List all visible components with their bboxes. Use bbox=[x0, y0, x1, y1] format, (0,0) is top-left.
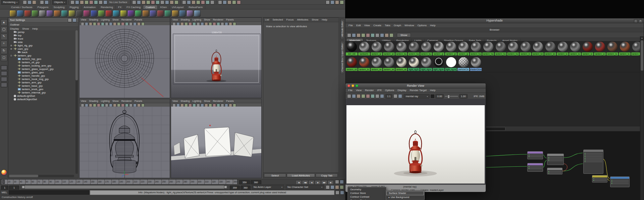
layout-preset-icon[interactable] bbox=[1, 82, 7, 87]
status-icon[interactable] bbox=[156, 0, 160, 4]
status-icon[interactable] bbox=[326, 0, 330, 4]
outliner-item-lantern-grp[interactable]: -lantern_grp bbox=[8, 54, 76, 57]
material-swatch-lantern-ho[interactable]: lantern_ho bbox=[494, 41, 507, 56]
hypershade-menu-help[interactable]: Help bbox=[428, 24, 437, 28]
lasso-tool-icon[interactable]: ◯ bbox=[1, 26, 7, 33]
render-view-menu-help[interactable]: Help bbox=[428, 88, 437, 92]
outliner-vertical-scrollbar[interactable] bbox=[75, 30, 78, 174]
time-slider[interactable]: 1020304050607080901001101201301401501601… bbox=[1, 179, 237, 185]
viewport-menu-lighting[interactable]: Lighting bbox=[191, 18, 203, 22]
status-icon[interactable] bbox=[347, 94, 351, 98]
layout-menu-icon[interactable] bbox=[1, 169, 7, 175]
ae-button-select[interactable]: Select bbox=[264, 173, 286, 177]
material-swatch-lantern-ve[interactable]: lantern_ve bbox=[370, 56, 383, 72]
status-icon[interactable] bbox=[189, 22, 192, 26]
exposure-field[interactable]: 0.00 bbox=[435, 94, 444, 98]
status-icon[interactable] bbox=[81, 22, 84, 26]
status-icon[interactable] bbox=[89, 0, 93, 4]
status-icon[interactable] bbox=[209, 22, 212, 26]
ae-menu-focus[interactable]: Focus bbox=[285, 18, 296, 22]
material-swatch-lantern-wi[interactable]: lantern_wi bbox=[395, 56, 408, 72]
material-swatch-light-rig-m[interactable]: light_rig:m bbox=[432, 56, 445, 72]
status-icon[interactable] bbox=[89, 22, 92, 26]
mel-input[interactable] bbox=[9, 190, 89, 195]
status-icon[interactable] bbox=[184, 22, 188, 26]
status-icon[interactable] bbox=[151, 0, 155, 4]
status-icon[interactable] bbox=[205, 22, 208, 26]
shelf-icon-25[interactable] bbox=[194, 10, 201, 17]
scrollbar-thumb[interactable] bbox=[641, 40, 643, 71]
viewport-front[interactable]: ViewShadingLightingShowRendererPanels bbox=[79, 99, 170, 178]
ae-menu-attributes[interactable]: Attributes bbox=[295, 18, 310, 22]
status-icon[interactable] bbox=[105, 104, 108, 107]
viewport-menu-lighting[interactable]: Lighting bbox=[100, 18, 111, 22]
viewport-menu-view[interactable]: View bbox=[79, 18, 88, 22]
material-swatch-lantern-oi[interactable]: lantern_oi bbox=[594, 41, 606, 56]
range-handle-start[interactable] bbox=[22, 186, 25, 189]
status-icon[interactable] bbox=[172, 104, 176, 107]
status-icon[interactable] bbox=[223, 0, 227, 4]
material-swatch-particleclo[interactable]: particleClo bbox=[457, 56, 470, 72]
material-swatch-lantern-ar[interactable]: lantern_ar bbox=[370, 41, 383, 56]
render-view-menu-view[interactable]: View bbox=[354, 88, 363, 92]
shading-node-5[interactable] bbox=[592, 175, 607, 183]
shelf-tab-polygons[interactable]: Polygons bbox=[35, 5, 51, 9]
render-view-menu-render[interactable]: Render bbox=[363, 88, 375, 92]
side-tab-attribute-editor[interactable]: Attribute Editor bbox=[340, 19, 344, 39]
shading-node-1[interactable] bbox=[527, 163, 543, 172]
status-icon[interactable] bbox=[375, 94, 379, 98]
status-icon[interactable] bbox=[192, 0, 196, 4]
material-swatch-lantern-ba[interactable]: lantern_ba bbox=[408, 41, 420, 56]
shelf-icon-14[interactable] bbox=[113, 10, 119, 17]
status-icon[interactable] bbox=[85, 104, 88, 107]
status-icon[interactable] bbox=[23, 0, 27, 4]
shelf-icon-2[interactable] bbox=[24, 10, 31, 17]
status-icon[interactable] bbox=[371, 33, 375, 37]
status-icon[interactable] bbox=[330, 0, 334, 4]
status-icon[interactable] bbox=[375, 33, 379, 37]
status-icon[interactable] bbox=[129, 22, 132, 26]
viewport-top[interactable]: ViewShadingLightingShowRendererPanels bbox=[79, 17, 170, 98]
outliner-item-lantern-hook-ring-grp[interactable]: lantern_hook_ring_grp bbox=[8, 77, 76, 81]
status-icon[interactable] bbox=[366, 94, 370, 98]
scale-tool-icon[interactable]: ▢ bbox=[1, 54, 7, 61]
outliner-item-back[interactable]: back bbox=[8, 50, 76, 54]
material-swatch-lantern-ar[interactable]: lantern_ar bbox=[383, 41, 395, 56]
status-icon[interactable] bbox=[335, 185, 339, 189]
status-icon[interactable] bbox=[80, 0, 84, 4]
material-swatch-lambert1[interactable]: lambert1 bbox=[358, 41, 370, 56]
material-swatch-lantern-lo[interactable]: lantern_lo bbox=[569, 41, 581, 56]
status-icon[interactable] bbox=[129, 104, 132, 107]
status-icon[interactable] bbox=[217, 22, 220, 26]
status-icon[interactable] bbox=[72, 18, 76, 22]
material-swatch-lantern-oi[interactable]: lantern_oi bbox=[581, 41, 594, 56]
ae-menu-list[interactable]: List bbox=[263, 18, 271, 22]
expander-icon[interactable]: + bbox=[10, 44, 13, 47]
status-icon[interactable] bbox=[133, 22, 137, 26]
status-icon[interactable] bbox=[213, 22, 216, 26]
material-swatch-lantern-oil[interactable]: lantern_oil bbox=[345, 56, 358, 72]
viewport-persp[interactable]: ViewShadingLightingShowRendererPanels 12… bbox=[171, 17, 262, 98]
status-icon[interactable] bbox=[176, 22, 180, 26]
status-icon[interactable] bbox=[132, 0, 136, 4]
status-icon[interactable] bbox=[201, 0, 205, 4]
material-swatch-lantern-gl[interactable]: lantern_gl bbox=[432, 41, 445, 56]
menu-set-dropdown[interactable]: Rendering▾ bbox=[1, 0, 19, 4]
outliner-item-lantern-knob-geo[interactable]: lantern_knob_geo bbox=[8, 87, 76, 91]
rendered-image[interactable] bbox=[346, 105, 485, 184]
status-icon[interactable] bbox=[113, 22, 116, 26]
viewport-menu-lighting[interactable]: Lighting bbox=[100, 99, 111, 103]
shelf-icon-8[interactable] bbox=[68, 10, 75, 17]
layout-preset-icon[interactable] bbox=[1, 71, 7, 76]
material-swatch-light-rig-b[interactable]: light_rig:b bbox=[408, 56, 420, 72]
ae-button-copy-tab[interactable]: Copy Tab bbox=[316, 173, 338, 177]
shelf-icon-19[interactable] bbox=[150, 10, 156, 17]
material-swatch-lantern-gl[interactable]: lantern_gl bbox=[445, 41, 457, 56]
status-icon[interactable] bbox=[141, 104, 145, 107]
status-icon[interactable] bbox=[206, 0, 210, 4]
expander-icon[interactable]: - bbox=[10, 54, 13, 57]
status-icon[interactable] bbox=[184, 104, 188, 107]
selection-mask-dropdown[interactable]: Objects▾ bbox=[52, 0, 67, 4]
layout-preset-icon[interactable] bbox=[1, 77, 7, 82]
status-icon[interactable] bbox=[125, 22, 128, 26]
